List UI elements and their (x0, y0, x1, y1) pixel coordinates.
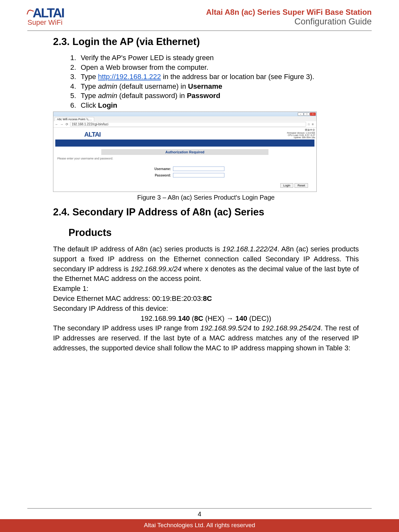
cpu-load: CPU Load: 0.83, 0.57, 0.27 (287, 134, 315, 136)
window-close-icon[interactable]: × (310, 113, 316, 116)
footer-bar: Altai Technologies Ltd. All rights reser… (0, 519, 399, 532)
footer-divider (27, 508, 372, 509)
password-input[interactable] (173, 173, 224, 177)
password-row: Password: (55, 173, 314, 177)
example-calculation: 192.168.99.140 (8C (HEX) → 140 (DEC)) (53, 314, 359, 324)
window-minimize-icon[interactable]: – (298, 113, 304, 116)
inner-altai-logo: ALTAI (55, 129, 314, 139)
example-label: Example 1: (53, 284, 359, 294)
system-info: 简体中文 Firmware Version: 1.0.0.504 CPU Loa… (286, 128, 316, 139)
reset-button[interactable]: Reset (295, 183, 308, 188)
step-1: Verify the AP's Power LED is steady gree… (78, 53, 359, 62)
step-5: Type admin (default password) in Passwor… (78, 91, 359, 100)
page-footer: 4 Altai Technologies Ltd. All rights res… (0, 508, 399, 532)
browser-addressbar: ← → ⟳ 192.168.1.222/cgi-bin/luci ☆ ≡ (53, 121, 316, 128)
logo-block: ALTAI Super WiFi (27, 6, 64, 27)
login-page-screenshot: – □ × A8c Wifi Access Point / L… ← → ⟳ 1… (53, 112, 317, 192)
back-icon[interactable]: ← (55, 122, 59, 126)
menu-icon[interactable]: ≡ (312, 122, 315, 126)
window-maximize-icon[interactable]: □ (304, 113, 310, 116)
step-4: Type admin (default username) in Usernam… (78, 82, 359, 91)
step-3: Type http://192.168.1.222 in the address… (78, 72, 359, 81)
language-link[interactable]: 简体中文 (287, 128, 315, 132)
reload-icon[interactable]: ⟳ (65, 122, 69, 126)
login-button[interactable]: Login (280, 183, 293, 188)
section-2-4-heading-line1: 2.4. Secondary IP Address of A8n (ac) Se… (53, 206, 359, 218)
example-secondary-label: Secondary IP Address of this device: (53, 304, 359, 314)
header-titles: Altai A8n (ac) Series Super WiFi Base St… (206, 8, 372, 27)
example-mac: Device Ethernet MAC address: 00:19:BE:20… (53, 294, 359, 304)
logo-subtitle: Super WiFi (27, 18, 62, 27)
sec24-paragraph-2: The secondary IP address uses IP range f… (53, 323, 359, 353)
forward-icon[interactable]: → (60, 122, 64, 126)
step-6: Click Login (78, 101, 359, 110)
uptime: Uptime: 00h 05m 18s (287, 136, 315, 139)
header-divider (27, 31, 372, 31)
step-2: Open a Web browser from the computer. (78, 63, 359, 72)
auth-box: Authorization Required (101, 149, 268, 155)
doc-subtitle: Configuration Guide (206, 17, 372, 27)
page-header: ALTAI Super WiFi Altai A8n (ac) Series S… (27, 0, 372, 29)
doc-title: Altai A8n (ac) Series Super WiFi Base St… (206, 8, 372, 17)
window-chrome: – □ × (53, 112, 316, 116)
username-label: Username: (145, 167, 171, 171)
browser-tabbar: A8c Wifi Access Point / L… (53, 116, 316, 121)
step-3-pre: Type (81, 73, 98, 81)
figure-3-caption: Figure 3 – A8n (ac) Series Product's Log… (53, 194, 359, 201)
bookmark-icon[interactable]: ☆ (307, 122, 311, 126)
section-2-4-heading-line2: Products (53, 227, 359, 239)
step-3-post: in the address bar or location bar (see … (161, 73, 314, 81)
content-body: 2.3. Login the AP (via Ethernet) Verify … (27, 36, 372, 353)
login-page-body: 简体中文 Firmware Version: 1.0.0.504 CPU Loa… (53, 128, 316, 192)
auth-instruction: Please enter your username and password. (55, 155, 314, 167)
auth-title: Authorization Required (102, 149, 268, 155)
login-buttons: Login Reset (55, 179, 314, 190)
firmware-version: Firmware Version: 1.0.0.504 (287, 132, 315, 134)
sec24-paragraph-1: The default IP address of A8n (ac) serie… (53, 244, 359, 284)
page-number: 4 (0, 510, 399, 518)
username-input[interactable] (173, 167, 224, 171)
ap-url-link[interactable]: http://192.168.1.222 (98, 73, 161, 81)
password-label: Password: (145, 174, 171, 177)
inner-navbar (55, 140, 314, 147)
login-steps-list: Verify the AP's Power LED is steady gree… (53, 53, 359, 110)
username-row: Username: (55, 167, 314, 171)
url-field[interactable]: 192.168.1.222/cgi-bin/luci (70, 122, 306, 127)
section-2-3-heading: 2.3. Login the AP (via Ethernet) (53, 36, 359, 48)
logo-text: ALTAI (32, 6, 64, 20)
browser-tab[interactable]: A8c Wifi Access Point / L… (55, 117, 94, 121)
